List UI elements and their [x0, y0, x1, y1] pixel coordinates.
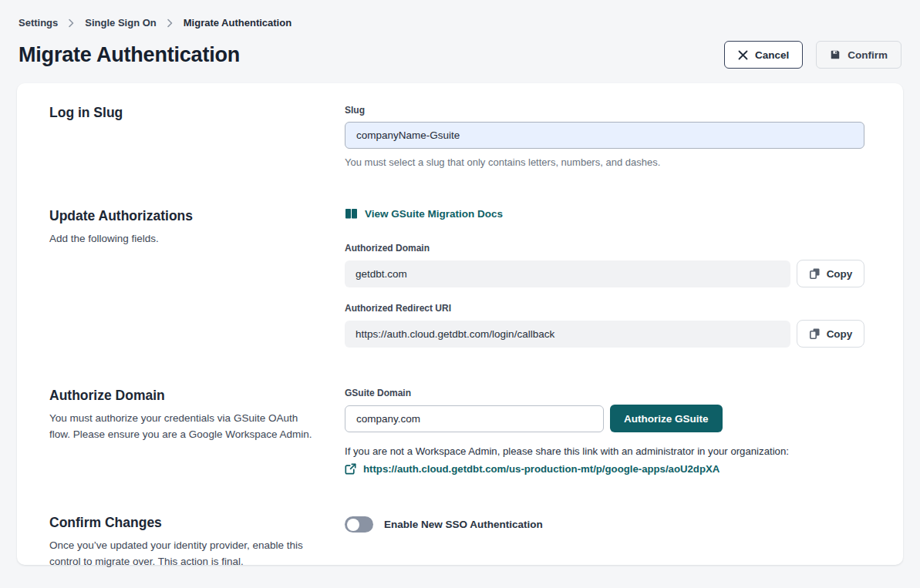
toggle-knob	[347, 519, 359, 531]
section-login-slug-left: Log in Slug	[49, 105, 345, 121]
authorized-domain-row: getdbt.com Copy	[345, 260, 864, 287]
gsuite-domain-input[interactable]	[345, 405, 604, 432]
slug-helper-text: You must select a slug that only contain…	[345, 156, 864, 168]
authorize-gsuite-button[interactable]: Authorize GSuite	[610, 405, 723, 432]
book-icon	[345, 208, 358, 220]
close-icon	[738, 50, 748, 60]
authorized-domain-label: Authorized Domain	[345, 243, 864, 254]
gsuite-domain-label: GSuite Domain	[345, 388, 864, 398]
enable-sso-toggle[interactable]	[345, 516, 373, 533]
page-header: Settings Single Sign On Migrate Authenti…	[0, 0, 920, 69]
header-actions: Cancel Confirm	[724, 41, 901, 69]
authorized-redirect-uri-row: https://auth.cloud.getdbt.com/login/call…	[345, 320, 864, 348]
sso-toggle-label: Enable New SSO Authentication	[384, 519, 543, 530]
section-update-authorizations: Update Authorizations Add the following …	[49, 208, 864, 348]
copy-icon	[809, 267, 821, 280]
sso-toggle-row: Enable New SSO Authentication	[345, 516, 864, 533]
copy-icon	[809, 328, 821, 340]
cancel-button-label: Cancel	[755, 49, 789, 61]
copy-button-label: Copy	[827, 328, 853, 340]
view-gsuite-migration-docs-link[interactable]: View GSuite Migration Docs	[345, 208, 503, 220]
section-authorize-domain-right: GSuite Domain Authorize GSuite If you ar…	[345, 388, 864, 475]
workspace-admin-note: If you are not a Workspace Admin, please…	[345, 445, 864, 457]
section-confirm-changes: Confirm Changes Once you’ve updated your…	[49, 515, 864, 570]
admin-link-row: https://auth.cloud.getdbt.com/us-product…	[345, 463, 864, 475]
breadcrumb: Settings Single Sign On Migrate Authenti…	[19, 17, 901, 29]
section-title: Confirm Changes	[49, 515, 322, 531]
section-confirm-changes-left: Confirm Changes Once you’ve updated your…	[49, 515, 345, 570]
slug-input[interactable]	[345, 122, 864, 149]
confirm-button[interactable]: Confirm	[816, 41, 901, 69]
chevron-right-icon	[167, 18, 174, 28]
admin-share-link[interactable]: https://auth.cloud.getdbt.com/us-product…	[363, 463, 719, 475]
section-update-authorizations-left: Update Authorizations Add the following …	[49, 208, 345, 247]
title-row: Migrate Authentication Cancel Confirm	[19, 41, 901, 69]
section-login-slug: Log in Slug Slug You must select a slug …	[49, 105, 864, 168]
section-confirm-changes-right: Enable New SSO Authentication	[345, 515, 864, 533]
section-title: Update Authorizations	[49, 208, 322, 224]
section-authorize-domain-left: Authorize Domain You must authorize your…	[49, 388, 345, 443]
section-subtitle: Add the following fields.	[49, 231, 315, 247]
section-update-authorizations-right: View GSuite Migration Docs Authorized Do…	[345, 208, 864, 348]
chevron-right-icon	[68, 18, 75, 28]
section-authorize-domain: Authorize Domain You must authorize your…	[49, 388, 864, 475]
slug-label: Slug	[345, 105, 864, 116]
breadcrumb-single-sign-on[interactable]: Single Sign On	[85, 17, 156, 29]
external-link-icon	[345, 463, 356, 475]
breadcrumb-migrate-authentication: Migrate Authentication	[184, 17, 292, 29]
copy-authorized-domain-button[interactable]: Copy	[797, 260, 864, 287]
authorized-redirect-uri-value: https://auth.cloud.getdbt.com/login/call…	[345, 321, 790, 348]
copy-button-label: Copy	[827, 268, 853, 280]
save-icon	[830, 49, 841, 60]
authorized-redirect-uri-label: Authorized Redirect URI	[345, 303, 864, 314]
breadcrumb-settings[interactable]: Settings	[19, 17, 58, 29]
gsuite-domain-row: Authorize GSuite	[345, 405, 864, 432]
section-description: You must authorize your credentials via …	[49, 411, 315, 443]
section-description: Once you’ve updated your identity provid…	[49, 538, 315, 570]
authorized-domain-block: Authorized Domain getdbt.com Copy	[345, 243, 864, 287]
section-login-slug-right: Slug You must select a slug that only co…	[345, 105, 864, 168]
settings-card: Log in Slug Slug You must select a slug …	[17, 83, 903, 565]
confirm-button-label: Confirm	[848, 49, 888, 61]
page-title: Migrate Authentication	[19, 43, 240, 67]
section-title: Log in Slug	[49, 105, 322, 121]
copy-redirect-uri-button[interactable]: Copy	[797, 320, 864, 348]
authorized-domain-value: getdbt.com	[345, 260, 790, 287]
cancel-button[interactable]: Cancel	[724, 41, 803, 69]
docs-link-label: View GSuite Migration Docs	[365, 208, 503, 220]
section-title: Authorize Domain	[49, 388, 322, 404]
authorized-redirect-uri-block: Authorized Redirect URI https://auth.clo…	[345, 303, 864, 348]
